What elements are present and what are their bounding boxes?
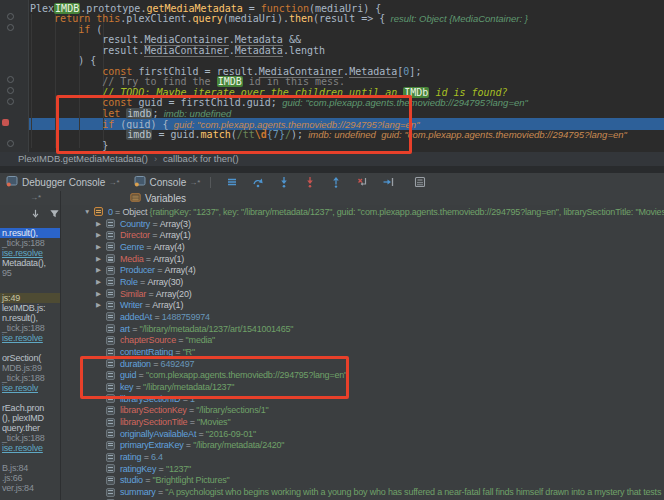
breadcrumb: PlexIMDB.getMediaMetadata()›callback for… (0, 152, 664, 166)
fold-marker-icon[interactable] (7, 98, 14, 105)
stack-frame[interactable]: _tick.js:188 (0, 433, 60, 443)
variable-row[interactable]: ratingKey = "1237" (60, 463, 664, 475)
field-icon (106, 429, 115, 438)
stack-frame[interactable]: .js:66 (0, 473, 60, 483)
variable-row[interactable]: studio = "Brightlight Pictures" (60, 475, 664, 487)
variable-name: chapterSource (120, 335, 176, 345)
equals: = (176, 335, 186, 345)
fold-marker-icon[interactable] (7, 140, 14, 147)
expander-icon[interactable]: ▶ (96, 266, 106, 274)
editor-gutter[interactable] (0, 0, 29, 152)
expander-icon[interactable]: ▶ (96, 243, 106, 251)
stack-frame[interactable]: n.result(), (0, 228, 60, 238)
field-icon (106, 441, 115, 450)
stack-frame[interactable]: MDB.js:89 (0, 363, 60, 373)
variable-row[interactable]: librarySectionID = 1 (60, 393, 664, 405)
tab-label: Debugger Console (22, 177, 105, 188)
variable-name: ratingKey (120, 464, 156, 474)
stack-frame[interactable]: Metadata(), (0, 258, 60, 268)
variable-row[interactable]: ▶Country = Array(3) (60, 218, 664, 230)
drop-frame-icon[interactable] (353, 175, 371, 189)
force-step-into-icon[interactable] (301, 175, 319, 189)
code-line: const guid = firstChild.guid; guid: "com… (30, 97, 528, 108)
code-editor[interactable]: PlexIMDB.prototype.getMediaMetadata = fu… (0, 0, 664, 152)
expander-icon[interactable]: ▼ (84, 208, 94, 215)
stack-frame[interactable]: _tick.js:188 (0, 323, 60, 333)
variable-row[interactable]: ▶Writer = Array(1) (60, 299, 664, 311)
variable-row[interactable]: ▶Genre = Array(4) (60, 241, 664, 253)
fold-marker-icon[interactable] (7, 13, 14, 20)
tab-debugger-console[interactable]: Debugger Console →* (6, 173, 120, 191)
variable-row[interactable]: librarySectionTitle = "Movies" (60, 416, 664, 428)
breadcrumb-item[interactable]: callback for then() (163, 153, 239, 164)
fold-marker-icon[interactable] (7, 24, 14, 31)
variable-row[interactable]: ▶Media = Array(1) (60, 253, 664, 265)
fold-marker-icon[interactable] (7, 76, 14, 83)
variable-row[interactable]: ▶Producer = Array(4) (60, 264, 664, 276)
stack-frame[interactable]: (), plexIMD (0, 413, 60, 423)
expander-icon[interactable]: ▶ (96, 255, 106, 263)
variable-row[interactable]: ▶Similar = Array(20) (60, 288, 664, 300)
tab-console[interactable]: Console →* (134, 173, 201, 191)
fold-marker-icon[interactable] (7, 87, 14, 94)
variable-row[interactable]: contentRating = "R" (60, 346, 664, 358)
stack-frame[interactable]: ise.resolve (0, 333, 60, 343)
variable-name: librarySectionKey (120, 405, 187, 415)
variable-row[interactable]: originallyAvailableAt = "2016-09-01" (60, 428, 664, 440)
debug-panel-header: →* Variables (0, 191, 664, 206)
variable-row[interactable]: chapterSource = "media" (60, 334, 664, 346)
variable-row[interactable]: key = "/library/metadata/1237" (60, 381, 664, 393)
variable-value: "/library/metadata/1237" (143, 382, 234, 392)
stack-frame[interactable]: orSection( (0, 353, 60, 363)
stack-frame[interactable]: js:49 (0, 293, 60, 303)
variable-row[interactable]: summary = "A psychologist who begins wor… (60, 486, 664, 498)
debug-panels: ▼0 = Object {ratingKey: "1237", key: "/l… (0, 205, 664, 500)
variable-name: Director (120, 230, 150, 240)
variable-row[interactable]: primaryExtraKey = "/library/metadata/242… (60, 440, 664, 452)
variable-row[interactable]: guid = "com.plexapp.agents.themoviedb://… (60, 370, 664, 382)
stack-frame[interactable]: _tick.js:188 (0, 373, 60, 383)
evaluate-expression-icon[interactable] (411, 175, 429, 189)
stack-frame[interactable]: n.result(), (0, 313, 60, 323)
show-execution-point-icon[interactable] (223, 175, 241, 189)
code-line: // Try to find the IMDB id in this mess. (30, 76, 345, 87)
stack-frame[interactable]: rEach.pron (0, 403, 60, 413)
stack-frame[interactable]: ise.resolve (0, 248, 60, 258)
stack-frame[interactable]: ise.resolve (0, 443, 60, 453)
stack-frame[interactable]: ver.js:84 (0, 483, 60, 493)
stack-frame[interactable]: query.ther (0, 423, 60, 433)
stack-frame[interactable]: lexIMDB.js: (0, 303, 60, 313)
variable-row[interactable]: art = "/library/metadata/1237/art/154100… (60, 323, 664, 335)
stack-frame[interactable]: 95 (0, 268, 60, 278)
variable-row[interactable]: ▶Role = Array(30) (60, 276, 664, 288)
variable-row[interactable]: librarySectionKey = "/library/sections/1… (60, 405, 664, 417)
variable-row[interactable]: ▼0 = Object {ratingKey: "1237", key: "/l… (60, 206, 664, 218)
run-to-cursor-icon[interactable] (379, 175, 397, 189)
expander-icon[interactable]: ▶ (96, 231, 106, 239)
editor-panel-splitter[interactable] (0, 166, 664, 173)
stack-frame[interactable]: B.js:84 (0, 463, 60, 473)
tab-variables[interactable]: Variables (130, 191, 186, 205)
stack-frame[interactable]: ise.resolv (0, 383, 60, 393)
step-into-icon[interactable] (275, 175, 293, 189)
variable-name: summary (120, 487, 156, 497)
equals: = (150, 230, 160, 240)
code-line: if ( (30, 24, 102, 35)
variable-row[interactable]: rating = 6.4 (60, 451, 664, 463)
variable-row[interactable]: duration = 6492497 (60, 358, 664, 370)
field-icon (106, 336, 115, 345)
variable-row[interactable]: addedAt = 1488759974 (60, 311, 664, 323)
field-icon (106, 324, 115, 333)
expander-icon[interactable]: ▶ (96, 290, 106, 298)
expander-icon[interactable]: ▶ (96, 301, 106, 309)
breadcrumb-item[interactable]: PlexIMDB.getMediaMetadata() (18, 153, 148, 164)
variable-value: "2016-09-01" (206, 429, 256, 439)
field-icon (106, 418, 115, 427)
frames-list: n.result(),_tick.js:188ise.resolveMetada… (0, 191, 60, 500)
step-over-icon[interactable] (249, 175, 267, 189)
expander-icon[interactable]: ▶ (96, 220, 106, 228)
variable-row[interactable]: ▶Director = Array(1) (60, 229, 664, 241)
expander-icon[interactable]: ▶ (96, 278, 106, 286)
stack-frame[interactable]: _tick.js:188 (0, 238, 60, 248)
step-out-icon[interactable] (327, 175, 345, 189)
